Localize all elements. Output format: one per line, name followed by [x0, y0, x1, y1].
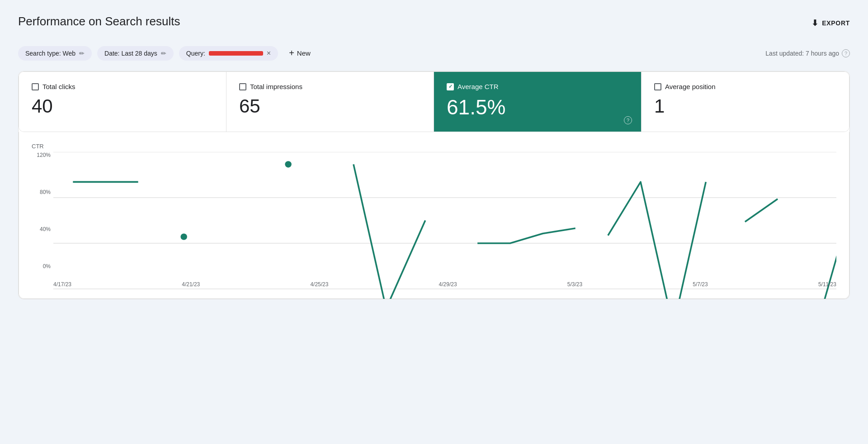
metric-value-average-ctr: 61.5%: [447, 96, 628, 119]
query-filter[interactable]: Query: ×: [179, 46, 278, 61]
metric-value-total-impressions: 65: [239, 96, 421, 117]
x-label: 5/7/23: [693, 281, 708, 288]
metric-value-average-position: 1: [654, 96, 836, 117]
x-label: 4/21/23: [182, 281, 200, 288]
page-title: Performance on Search results: [18, 14, 180, 28]
date-filter[interactable]: Date: Last 28 days ✏: [97, 46, 174, 61]
y-label: 40%: [32, 226, 51, 232]
edit-icon: ✏: [79, 50, 85, 57]
help-icon-total-impressions[interactable]: ?: [416, 116, 425, 124]
new-filter-button[interactable]: + New: [283, 44, 316, 62]
y-label: 120%: [32, 152, 51, 158]
x-label: 4/25/23: [310, 281, 328, 288]
export-button[interactable]: ⬇ EXPORT: [811, 14, 850, 32]
metric-label-total-clicks: Total clicks: [42, 83, 75, 90]
query-redacted-value: [209, 51, 263, 56]
metrics-and-chart: Total clicks40?Total impressions65?Avera…: [18, 71, 850, 299]
svg-point-6: [180, 233, 187, 240]
metric-value-total-clicks: 40: [32, 96, 213, 117]
metric-card-average-position[interactable]: Average position1?: [642, 72, 849, 132]
search-type-filter[interactable]: Search type: Web ✏: [18, 46, 92, 61]
x-label: 4/17/23: [53, 281, 71, 288]
metric-label-average-ctr: Average CTR: [458, 83, 499, 90]
y-label: 0%: [32, 263, 51, 269]
last-updated-help-icon[interactable]: ?: [842, 49, 850, 57]
filter-bar: Search type: Web ✏ Date: Last 28 days ✏ …: [18, 44, 850, 62]
chart-svg: [53, 152, 836, 299]
edit-icon-date: ✏: [161, 50, 166, 57]
chart-area: CTR 120%80%40%0%: [19, 132, 849, 299]
metric-card-total-impressions[interactable]: Total impressions65?: [226, 72, 434, 132]
chart-y-labels: 120%80%40%0%: [32, 152, 51, 269]
x-label: 5/3/23: [567, 281, 582, 288]
x-label: 4/29/23: [439, 281, 457, 288]
help-icon-total-clicks[interactable]: ?: [209, 116, 217, 124]
metric-checkbox-average-ctr[interactable]: [447, 83, 454, 90]
metric-checkbox-total-impressions[interactable]: [239, 83, 246, 90]
query-close-button[interactable]: ×: [267, 50, 271, 57]
page-header: Performance on Search results ⬇ EXPORT: [18, 14, 850, 32]
metric-label-average-position: Average position: [665, 83, 715, 90]
help-icon-average-ctr[interactable]: ?: [624, 116, 632, 124]
y-label: 80%: [32, 189, 51, 195]
metric-card-average-ctr[interactable]: Average CTR61.5%?: [434, 72, 642, 132]
metric-checkbox-average-position[interactable]: [654, 83, 661, 90]
svg-point-7: [285, 161, 291, 167]
metrics-container: Total clicks40?Total impressions65?Avera…: [19, 71, 849, 132]
help-icon-average-position[interactable]: ?: [832, 116, 840, 124]
metric-card-total-clicks[interactable]: Total clicks40?: [19, 72, 226, 132]
chart-y-axis-label: CTR: [32, 143, 44, 150]
export-icon: ⬇: [811, 18, 819, 28]
metric-label-total-impressions: Total impressions: [250, 83, 302, 90]
chart-wrapper: CTR 120%80%40%0%: [32, 143, 836, 288]
x-label: 5/11/23: [818, 281, 836, 288]
chart-x-labels: 4/17/234/21/234/25/234/29/235/3/235/7/23…: [53, 281, 836, 288]
last-updated: Last updated: 7 hours ago ?: [765, 49, 850, 57]
plus-icon: +: [289, 48, 294, 58]
metric-checkbox-total-clicks[interactable]: [32, 83, 39, 90]
